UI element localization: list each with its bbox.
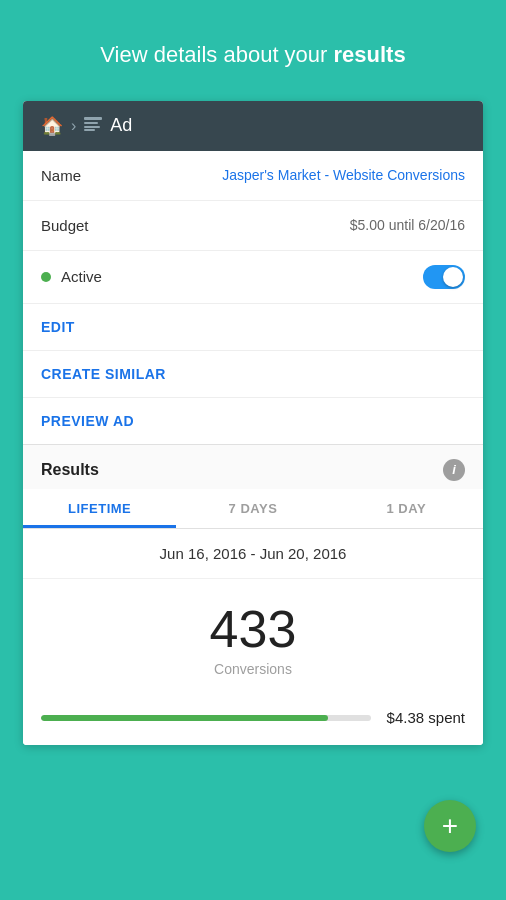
tab-7days[interactable]: 7 DAYS xyxy=(176,489,329,528)
edit-action-row[interactable]: EDIT xyxy=(23,304,483,351)
progress-bar-container xyxy=(41,715,371,721)
ad-icon xyxy=(84,117,102,134)
spend-section: $4.38 spent xyxy=(23,693,483,745)
spend-suffix: spent xyxy=(424,709,465,726)
info-icon[interactable]: i xyxy=(443,459,465,481)
active-toggle[interactable] xyxy=(423,265,465,289)
tab-lifetime-label: LIFETIME xyxy=(68,501,131,516)
name-label: Name xyxy=(41,167,81,184)
spend-amount: $4.38 xyxy=(387,709,425,726)
tab-1day-label: 1 DAY xyxy=(387,501,427,516)
card-header: 🏠 › Ad xyxy=(23,101,483,151)
svg-rect-2 xyxy=(84,126,100,128)
fab-plus-icon: + xyxy=(442,810,458,842)
budget-row: Budget $5.00 until 6/20/16 xyxy=(23,201,483,251)
active-label: Active xyxy=(61,268,102,285)
active-row: Active xyxy=(23,251,483,304)
preview-ad-button[interactable]: PREVIEW AD xyxy=(41,413,134,429)
progress-bar-fill xyxy=(41,715,328,721)
results-tabs: LIFETIME 7 DAYS 1 DAY xyxy=(23,489,483,529)
tab-7days-label: 7 DAYS xyxy=(229,501,278,516)
budget-label: Budget xyxy=(41,217,89,234)
active-dot-icon xyxy=(41,272,51,282)
budget-value: $5.00 until 6/20/16 xyxy=(350,217,465,233)
fab-button[interactable]: + xyxy=(424,800,476,852)
page-wrapper: View details about your results 🏠 › Ad N… xyxy=(0,0,506,900)
card-body: Name Jasper's Market - Website Conversio… xyxy=(23,151,483,444)
date-range-text: Jun 16, 2016 - Jun 20, 2016 xyxy=(160,545,347,562)
results-header: Results i xyxy=(23,445,483,489)
metric-section: 433 Conversions xyxy=(23,579,483,693)
create-similar-action-row[interactable]: CREATE SIMILAR xyxy=(23,351,483,398)
metric-value: 433 xyxy=(39,603,467,655)
tab-1day[interactable]: 1 DAY xyxy=(330,489,483,528)
tab-lifetime[interactable]: LIFETIME xyxy=(23,489,176,528)
results-title: Results xyxy=(41,461,99,479)
date-range: Jun 16, 2016 - Jun 20, 2016 xyxy=(23,529,483,579)
svg-rect-3 xyxy=(84,129,95,131)
chevron-icon: › xyxy=(71,117,76,135)
name-value[interactable]: Jasper's Market - Website Conversions xyxy=(222,167,465,183)
name-row: Name Jasper's Market - Website Conversio… xyxy=(23,151,483,201)
active-left: Active xyxy=(41,268,102,285)
header-text-plain: View details about your xyxy=(100,42,333,67)
results-section: Results i LIFETIME 7 DAYS 1 DAY Jun 16, … xyxy=(23,444,483,745)
breadcrumb-label: Ad xyxy=(110,115,132,136)
header-text-bold: results xyxy=(334,42,406,67)
spend-label: $4.38 spent xyxy=(387,709,465,727)
page-title: View details about your results xyxy=(100,40,405,71)
create-similar-button[interactable]: CREATE SIMILAR xyxy=(41,366,166,382)
svg-rect-1 xyxy=(84,122,98,124)
metric-label: Conversions xyxy=(39,661,467,677)
preview-ad-action-row[interactable]: PREVIEW AD xyxy=(23,398,483,444)
svg-rect-0 xyxy=(84,117,102,120)
edit-button[interactable]: EDIT xyxy=(41,319,75,335)
home-icon[interactable]: 🏠 xyxy=(41,115,63,137)
main-card: 🏠 › Ad Name Jasper's Market - Website Co… xyxy=(23,101,483,745)
